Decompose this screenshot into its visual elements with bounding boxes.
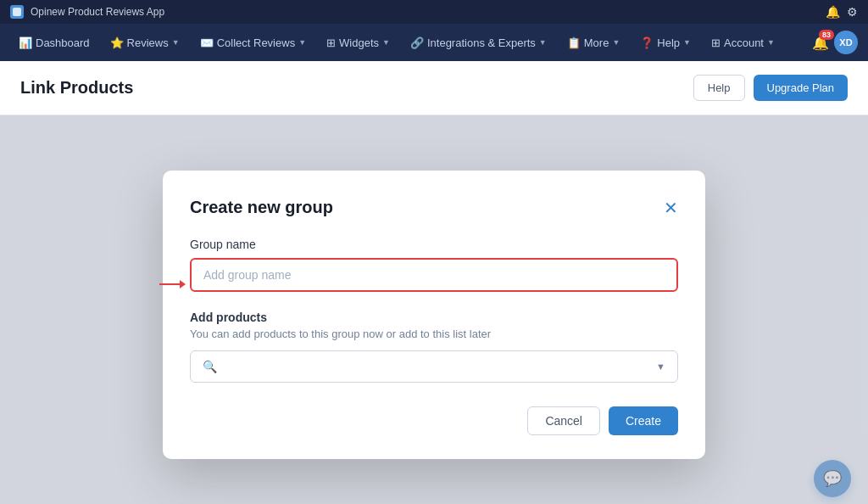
collect-reviews-icon: ✉️ [200, 36, 214, 49]
nav-item-help[interactable]: ❓ Help ▼ [632, 31, 699, 54]
modal-footer: Cancel Create [190, 406, 678, 435]
user-avatar[interactable]: XD [834, 31, 858, 54]
dashboard-icon: 📊 [19, 36, 32, 49]
widgets-icon: ⊞ [326, 36, 336, 49]
nav-label-collect-reviews: Collect Reviews [217, 36, 295, 49]
modal-title: Create new group [190, 198, 333, 217]
collect-reviews-chevron-icon: ▼ [298, 38, 306, 47]
search-icon: 🔍 [203, 360, 217, 373]
add-products-desc: You can add products to this group now o… [190, 328, 678, 340]
nav-label-account: Account [724, 36, 764, 49]
group-name-label: Group name [190, 238, 678, 251]
nav-label-dashboard: Dashboard [36, 36, 90, 49]
nav-item-more[interactable]: 📋 More ▼ [559, 31, 629, 54]
nav-bar: 📊 Dashboard ⭐ Reviews ▼ ✉️ Collect Revie… [0, 24, 868, 61]
nav-label-help: Help [657, 36, 680, 49]
upgrade-plan-button[interactable]: Upgrade Plan [754, 75, 849, 101]
modal-close-button[interactable]: ✕ [664, 199, 678, 216]
top-bar-left: Opinew Product Reviews App [10, 5, 164, 19]
nav-label-integrations: Integrations & Experts [427, 36, 536, 49]
nav-label-widgets: Widgets [339, 36, 379, 49]
notification-badge: 83 [819, 30, 834, 40]
product-search-dropdown[interactable]: 🔍 ▼ [190, 350, 678, 383]
top-bar: Opinew Product Reviews App 🔔 ⚙ [0, 0, 868, 24]
dropdown-chevron-icon: ▼ [656, 361, 665, 372]
top-bar-right: 🔔 ⚙ [826, 5, 858, 19]
create-button[interactable]: Create [609, 406, 678, 435]
reviews-chevron-icon: ▼ [172, 38, 180, 47]
app-name: Opinew Product Reviews App [31, 6, 164, 18]
help-chevron-icon: ▼ [683, 38, 691, 47]
integrations-chevron-icon: ▼ [539, 38, 547, 47]
app-icon [10, 5, 24, 19]
nav-item-collect-reviews[interactable]: ✉️ Collect Reviews ▼ [192, 31, 314, 54]
nav-label-more: More [584, 36, 609, 49]
arrow-head [180, 280, 186, 288]
svg-rect-0 [13, 8, 21, 16]
more-chevron-icon: ▼ [612, 38, 620, 47]
help-button[interactable]: Help [693, 75, 745, 101]
modal-header: Create new group ✕ [190, 198, 678, 217]
widgets-chevron-icon: ▼ [382, 38, 390, 47]
bell-top-icon[interactable]: 🔔 [826, 5, 840, 19]
account-chevron-icon: ▼ [767, 38, 775, 47]
group-name-input-wrapper [190, 258, 678, 311]
reviews-icon: ⭐ [110, 36, 124, 49]
more-icon: 📋 [567, 36, 581, 49]
settings-top-icon[interactable]: ⚙ [847, 5, 858, 19]
account-icon: ⊞ [711, 36, 721, 49]
page-header: Link Products Help Upgrade Plan [0, 61, 868, 115]
nav-item-account[interactable]: ⊞ Account ▼ [703, 31, 783, 54]
help-icon: ❓ [640, 36, 654, 49]
nav-item-reviews[interactable]: ⭐ Reviews ▼ [102, 31, 188, 54]
group-name-input[interactable] [190, 258, 678, 292]
page-actions: Help Upgrade Plan [693, 75, 848, 101]
arrow-indicator [159, 280, 186, 288]
content-area: Link products Link products into groups … [0, 115, 868, 504]
add-products-title: Add products [190, 311, 678, 324]
integrations-icon: 🔗 [410, 36, 424, 49]
nav-label-reviews: Reviews [127, 36, 169, 49]
page-title: Link Products [20, 78, 133, 98]
arrow-line [159, 283, 180, 285]
cancel-button[interactable]: Cancel [527, 406, 600, 435]
nav-item-dashboard[interactable]: 📊 Dashboard [10, 31, 98, 54]
nav-right: 🔔 83 XD [812, 31, 858, 54]
nav-item-widgets[interactable]: ⊞ Widgets ▼ [318, 31, 398, 54]
create-group-modal: Create new group ✕ Group name Add produc… [163, 171, 705, 459]
modal-overlay: Create new group ✕ Group name Add produc… [0, 115, 868, 504]
nav-item-integrations[interactable]: 🔗 Integrations & Experts ▼ [402, 31, 555, 54]
notification-bell[interactable]: 🔔 83 [812, 35, 829, 51]
